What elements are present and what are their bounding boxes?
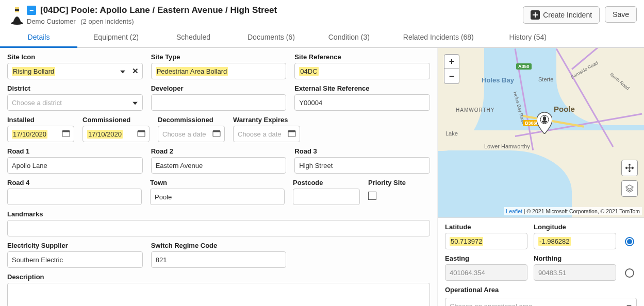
svg-rect-12 [288, 131, 295, 132]
postcode-input[interactable] [293, 189, 360, 205]
map-layers-button[interactable] [621, 180, 638, 197]
label-decommissioned: Decommissioned [158, 116, 225, 124]
site-type-input[interactable]: Pedestrian Area Bollard [151, 63, 287, 79]
label-commissioned: Commissioned [82, 116, 150, 124]
save-button[interactable]: Save [605, 6, 637, 23]
longitude-input[interactable]: -1.986282 [534, 233, 616, 249]
map-label: Holes Bay [482, 76, 514, 84]
priority-site-checkbox[interactable] [368, 192, 376, 200]
latlon-radio[interactable] [625, 237, 634, 246]
leaflet-link[interactable]: Leaflet [506, 208, 522, 214]
label-easting: Easting [445, 254, 527, 262]
label-site-icon: Site Icon [7, 53, 143, 61]
open-incidents-count: (2 open incidents) [80, 18, 134, 25]
label-external-site-reference: External Site Reference [294, 84, 430, 92]
chevron-down-icon [626, 302, 632, 307]
road1-input[interactable]: Apollo Lane [7, 157, 143, 174]
site-icon-select[interactable]: Rising Bollard [7, 63, 143, 79]
site-reference-input[interactable]: 04DC [294, 63, 430, 79]
svg-rect-10 [213, 131, 220, 132]
latitude-input[interactable]: 50.713972 [445, 233, 527, 249]
customer-name: Demo Customer [27, 18, 76, 25]
label-installed: Installed [7, 116, 74, 124]
label-switch-regime: Switch Regime Code [151, 242, 287, 249]
district-select[interactable]: Choose a district [7, 94, 143, 111]
label-road3: Road 3 [294, 147, 430, 155]
chevron-down-icon [133, 99, 138, 107]
create-incident-label: Create Incident [543, 11, 592, 19]
svg-rect-1 [15, 9, 19, 11]
svg-point-14 [542, 121, 547, 123]
header-bar: − [04DC] Poole: Apollo Lane / Eastern Av… [0, 0, 644, 28]
road3-input[interactable]: High Street [294, 157, 430, 174]
tab-condition[interactable]: Condition (3) [310, 28, 388, 47]
svg-rect-2 [15, 11, 19, 12]
road-shield: A350 [516, 63, 532, 70]
tab-bar: Details Equipment (2) Scheduled Document… [0, 28, 644, 48]
label-road4: Road 4 [7, 179, 142, 186]
easting-northing-radio[interactable] [625, 268, 634, 278]
map-label: Lake [445, 130, 458, 137]
tab-related-incidents[interactable]: Related Incidents (68) [388, 28, 489, 47]
svg-rect-8 [138, 131, 145, 132]
map-move-button[interactable] [621, 160, 638, 176]
label-developer: Developer [151, 84, 287, 92]
label-priority-site: Priority Site [368, 179, 430, 186]
save-label: Save [613, 10, 629, 19]
calendar-icon[interactable] [288, 129, 296, 139]
landmarks-input[interactable] [7, 220, 430, 236]
switch-regime-input[interactable]: 821 [151, 251, 287, 268]
label-district: District [7, 84, 143, 92]
map-attribution: Leaflet | © 2021 Microsoft Corporation, … [504, 207, 642, 215]
northing-input[interactable]: 90483.51 [534, 264, 616, 281]
external-site-reference-input[interactable]: Y00004 [294, 94, 430, 111]
svg-rect-0 [15, 7, 19, 9]
calendar-icon[interactable] [212, 129, 221, 139]
town-input[interactable]: Poole [150, 189, 285, 205]
map-label: HAMWORTHY [456, 107, 494, 113]
map-pin-icon [537, 112, 552, 135]
svg-rect-6 [62, 131, 70, 132]
map-city-label: Poole [554, 105, 575, 113]
clear-icon[interactable]: ✕ [132, 66, 139, 76]
map-zoom-controls: + − [444, 54, 459, 84]
svg-rect-15 [543, 116, 546, 121]
label-town: Town [150, 179, 285, 186]
zoom-in-button[interactable]: + [444, 55, 459, 69]
easting-input[interactable]: 401064.354 [445, 264, 527, 281]
app-logo [7, 5, 27, 25]
tab-scheduled[interactable]: Scheduled [155, 28, 232, 47]
road2-input[interactable]: Eastern Avenue [151, 157, 287, 174]
label-postcode: Postcode [293, 179, 360, 186]
site-map[interactable]: Holes Bay Sterte HAMWORTHY Holes Bay Roa… [438, 48, 644, 218]
svg-point-3 [11, 22, 23, 25]
electricity-supplier-input[interactable]: Southern Electric [7, 251, 143, 268]
tab-equipment[interactable]: Equipment (2) [77, 28, 155, 47]
label-road2: Road 2 [151, 147, 287, 155]
road4-input[interactable] [7, 189, 142, 205]
map-label: Sterte [538, 76, 553, 82]
label-latitude: Latitude [445, 223, 527, 231]
label-landmarks: Landmarks [7, 210, 430, 218]
label-warranty-expires: Warranty Expires [233, 116, 300, 124]
label-road1: Road 1 [7, 147, 143, 155]
map-coordinates-panel: Holes Bay Sterte HAMWORTHY Holes Bay Roa… [438, 48, 644, 306]
tab-history[interactable]: History (54) [489, 28, 567, 47]
label-operational-area: Operational Area [445, 286, 637, 294]
plus-square-icon [531, 10, 540, 20]
label-site-type: Site Type [151, 53, 287, 61]
developer-input[interactable] [151, 94, 287, 111]
description-input[interactable] [7, 283, 430, 306]
label-description: Description [7, 273, 430, 281]
zoom-out-button[interactable]: − [444, 69, 459, 83]
create-incident-button[interactable]: Create Incident [523, 6, 600, 24]
calendar-icon[interactable] [62, 129, 70, 139]
tab-documents[interactable]: Documents (6) [232, 28, 310, 47]
calendar-icon[interactable] [137, 129, 145, 139]
tab-details[interactable]: Details [0, 28, 77, 48]
label-northing: Northing [534, 254, 616, 262]
operational-area-select[interactable]: Choose an operational area [445, 298, 637, 306]
details-form: Site Icon Rising Bollard ✕ Site Type Ped… [0, 48, 438, 306]
label-longitude: Longitude [534, 223, 616, 231]
collapse-toggle[interactable]: − [27, 6, 36, 15]
